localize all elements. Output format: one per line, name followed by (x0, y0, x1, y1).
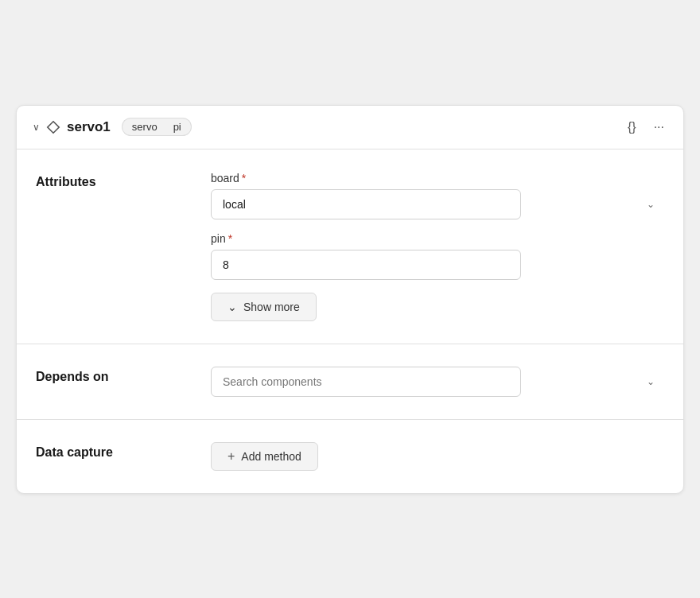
show-more-label: Show more (243, 301, 300, 313)
search-dropdown-wrapper: ⌄ (211, 367, 664, 397)
show-more-chevron-icon: ⌄ (228, 301, 237, 313)
show-more-button[interactable]: ⌄ Show more (211, 293, 317, 321)
pin-field-label: pin * (211, 232, 664, 245)
board-select-wrapper: local ⌄ (211, 189, 664, 219)
card-header: ∨ servo1 servo pi {} ··· (17, 106, 683, 150)
add-method-button[interactable]: + Add method (211, 442, 318, 471)
pin-required-star: * (228, 232, 232, 245)
data-capture-section: Data capture + Add method (17, 420, 683, 493)
board-select-chevron-icon: ⌄ (647, 199, 655, 210)
attributes-section: Attributes board * local ⌄ pin (17, 150, 683, 344)
breadcrumb: servo pi (122, 118, 192, 136)
board-field-label: board * (211, 172, 664, 184)
depends-on-section: Depends on ⌄ (17, 344, 683, 420)
diamond-icon (46, 120, 60, 134)
collapse-chevron-icon[interactable]: ∨ (33, 122, 40, 133)
pin-field-group: pin * (211, 232, 664, 280)
search-chevron-icon: ⌄ (647, 376, 655, 387)
component-title: servo1 (67, 119, 111, 135)
breadcrumb-pi[interactable]: pi (167, 118, 192, 136)
attributes-content: board * local ⌄ pin * (211, 172, 664, 321)
board-select[interactable]: local (211, 189, 521, 219)
more-options-button[interactable]: ··· (651, 117, 667, 138)
header-left: ∨ servo1 servo pi (33, 118, 616, 136)
code-button[interactable]: {} (624, 117, 640, 138)
board-required-star: * (242, 172, 246, 184)
data-capture-label: Data capture (36, 442, 195, 460)
board-field-group: board * local ⌄ (211, 172, 664, 219)
component-card: ∨ servo1 servo pi {} ··· Attributes (16, 105, 684, 494)
depends-on-label: Depends on (36, 367, 195, 384)
more-icon: ··· (654, 120, 664, 134)
data-capture-content: + Add method (211, 442, 664, 471)
attributes-label: Attributes (36, 172, 195, 189)
search-components-input[interactable] (211, 367, 521, 397)
pin-input[interactable] (211, 250, 521, 280)
breadcrumb-servo[interactable]: servo (122, 118, 167, 136)
add-method-label: Add method (241, 450, 301, 463)
depends-on-content: ⌄ (211, 367, 664, 397)
header-right: {} ··· (624, 117, 667, 138)
svg-marker-0 (48, 121, 59, 132)
plus-icon: + (228, 450, 235, 463)
code-icon: {} (628, 120, 636, 134)
